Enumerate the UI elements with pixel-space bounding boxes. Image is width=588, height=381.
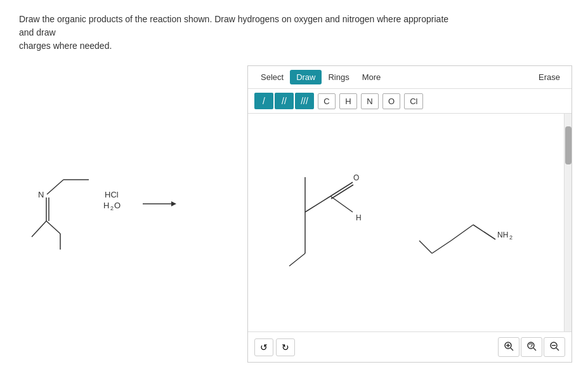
reagent-hcl: HCl	[105, 190, 119, 199]
hydrogen-button[interactable]: H	[339, 93, 357, 109]
undo-button[interactable]: ↺	[254, 338, 273, 356]
single-bond-button[interactable]: /	[254, 93, 273, 109]
zoom-out-icon	[549, 341, 559, 351]
bond-atom-toolbar: / // /// C H N O Cl	[248, 89, 572, 114]
select-button[interactable]: Select	[254, 70, 290, 84]
svg-line-17	[473, 225, 495, 239]
svg-line-20	[419, 241, 432, 253]
nitrogen-button[interactable]: N	[361, 93, 379, 109]
draw-button[interactable]: Draw	[290, 70, 322, 84]
reagent-h2o: H	[103, 201, 109, 210]
main-toolbar: Select Draw Rings More Erase	[248, 66, 572, 89]
svg-line-15	[289, 253, 305, 266]
rings-button[interactable]: Rings	[322, 70, 355, 84]
svg-line-16	[451, 225, 473, 241]
instruction: Draw the organic products of the reactio…	[19, 13, 463, 53]
triple-bond-button[interactable]: ///	[295, 93, 314, 109]
svg-line-14	[330, 196, 353, 212]
svg-line-5	[46, 221, 60, 234]
drawing-canvas[interactable]: O H NH 2	[248, 114, 572, 331]
drawing-panel: Select Draw Rings More Erase / // /// C …	[247, 65, 572, 363]
zoom-reset-button[interactable]	[521, 337, 542, 357]
double-bond-button[interactable]: //	[275, 93, 294, 109]
carbon-button[interactable]: C	[318, 93, 336, 109]
chlorine-button[interactable]: Cl	[404, 93, 423, 109]
reaction-area: N HCl H 2 O	[19, 65, 247, 296]
svg-text:O: O	[114, 201, 121, 210]
svg-line-12	[330, 182, 353, 196]
svg-line-19	[432, 241, 451, 253]
scrollbar-thumb[interactable]	[565, 126, 572, 164]
svg-line-29	[556, 348, 559, 351]
zoom-in-button[interactable]	[498, 337, 519, 357]
erase-button[interactable]: Erase	[533, 70, 565, 84]
undo-redo-controls: ↺ ↻	[254, 338, 295, 356]
svg-line-26	[533, 348, 536, 351]
reaction-svg: N HCl H 2 O	[19, 104, 247, 294]
bottom-toolbar: ↺ ↻	[248, 331, 572, 362]
nitrogen-label: N	[38, 190, 44, 199]
redo-button[interactable]: ↻	[276, 338, 295, 356]
svg-line-4	[32, 221, 46, 237]
reaction-arrow	[171, 201, 176, 206]
scrollbar[interactable]	[564, 114, 572, 331]
zoom-controls	[498, 337, 565, 357]
zoom-reset-icon	[526, 341, 537, 351]
molecule-canvas-svg: O H NH 2	[248, 114, 572, 330]
hydrogen-label-1: H	[356, 213, 362, 222]
more-button[interactable]: More	[356, 70, 388, 84]
zoom-out-button[interactable]	[544, 337, 565, 357]
nh2-label: NH	[497, 231, 508, 239]
svg-line-0	[47, 180, 63, 194]
svg-text:2: 2	[110, 205, 114, 211]
zoom-in-icon	[504, 341, 514, 351]
oxygen-button[interactable]: O	[382, 93, 400, 109]
svg-line-22	[511, 348, 513, 351]
oxygen-label-1: O	[353, 173, 359, 182]
svg-line-11	[305, 196, 330, 212]
svg-line-13	[331, 185, 353, 199]
svg-text:2: 2	[509, 234, 513, 241]
